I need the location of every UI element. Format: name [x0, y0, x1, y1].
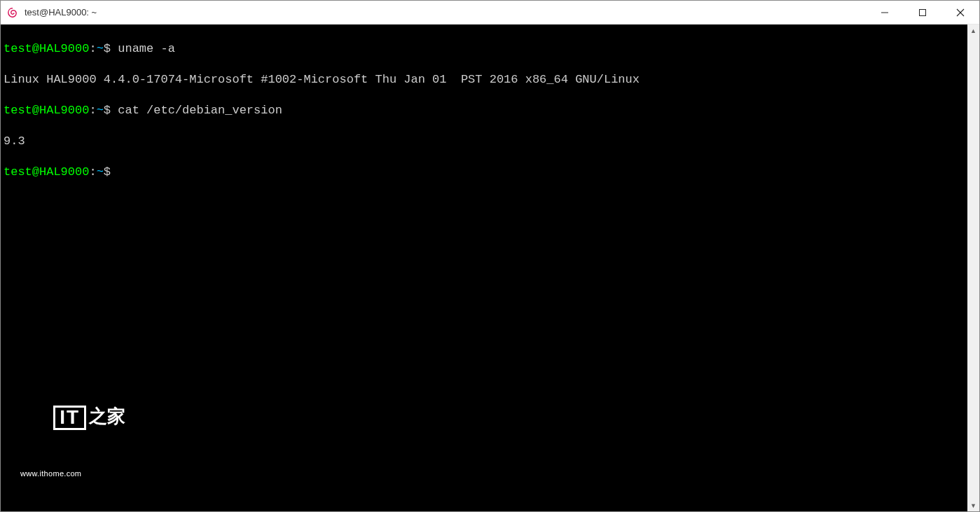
maximize-button[interactable] — [904, 1, 941, 24]
debian-swirl-icon — [6, 6, 19, 19]
vertical-scrollbar[interactable]: ▲ ▼ — [967, 25, 979, 511]
terminal-window: test@HAL9000: ~ test@HAL9000:~$ uname -a… — [0, 0, 980, 512]
terminal-line: test@HAL9000:~$ uname -a — [4, 41, 965, 57]
watermark-logo-text: 之家 — [89, 407, 125, 425]
minimize-icon — [881, 8, 889, 17]
watermark-url: www.ithome.com — [20, 470, 125, 478]
prompt-path: ~ — [97, 165, 104, 179]
prompt-separator: : — [89, 42, 96, 55]
svg-rect-1 — [920, 9, 926, 15]
terminal-body[interactable]: test@HAL9000:~$ uname -a Linux HAL9000 4… — [1, 25, 967, 511]
prompt-path: ~ — [97, 104, 104, 117]
terminal-area: test@HAL9000:~$ uname -a Linux HAL9000 4… — [1, 25, 979, 511]
titlebar[interactable]: test@HAL9000: ~ — [1, 1, 979, 25]
close-button[interactable] — [941, 1, 979, 24]
prompt-symbol: $ — [104, 42, 111, 55]
terminal-line: test@HAL9000:~$ cat /etc/debian_version — [4, 103, 965, 118]
prompt-user-host: test@HAL9000 — [4, 42, 89, 55]
terminal-line: test@HAL9000:~$ — [4, 165, 965, 180]
minimize-button[interactable] — [866, 1, 904, 24]
prompt-symbol: $ — [104, 165, 111, 179]
prompt-user-host: test@HAL9000 — [4, 165, 89, 179]
prompt-user-host: test@HAL9000 — [4, 104, 89, 117]
prompt-path: ~ — [97, 42, 104, 55]
window-title: test@HAL9000: ~ — [25, 7, 97, 18]
window-controls — [866, 1, 979, 24]
prompt-separator: : — [89, 165, 96, 179]
prompt-separator: : — [89, 104, 96, 117]
command-text: uname -a — [111, 42, 175, 55]
terminal-output: 9.3 — [4, 134, 965, 149]
terminal-output: Linux HAL9000 4.4.0-17074-Microsoft #100… — [4, 72, 965, 88]
command-text: cat /etc/debian_version — [111, 104, 282, 117]
prompt-symbol: $ — [104, 104, 111, 117]
watermark: IT之家 www.ithome.com — [20, 370, 125, 501]
close-icon — [956, 8, 965, 17]
maximize-icon — [918, 8, 927, 17]
scroll-down-arrow-icon[interactable]: ▼ — [967, 499, 979, 511]
watermark-logo-box: IT — [53, 406, 86, 430]
scroll-up-arrow-icon[interactable]: ▲ — [967, 25, 979, 36]
